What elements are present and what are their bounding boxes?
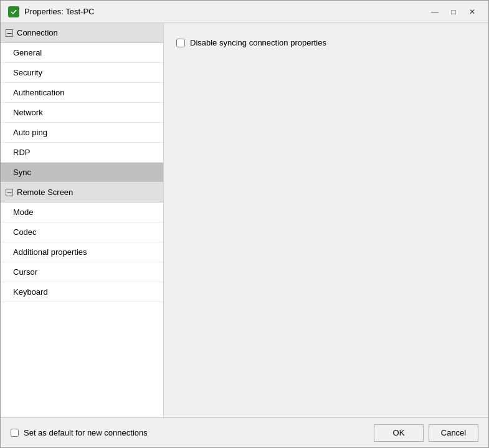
collapse-remote-screen-icon: – [6,189,13,196]
disable-sync-checkbox[interactable] [176,39,185,47]
main-window: Properties: Test-PC — □ ✕ – Connection G… [0,0,489,448]
set-default-checkbox[interactable] [11,429,19,437]
content-area: – Connection General Security Authentica… [1,23,488,417]
main-panel: Disable syncing connection properties [164,23,488,417]
collapse-connection-icon: – [6,29,13,37]
disable-sync-label: Disable syncing connection properties [190,38,326,47]
app-icon [8,6,19,17]
ok-button[interactable]: OK [374,424,424,442]
set-default-label: Set as default for new connections [24,428,148,437]
sidebar-group-connection[interactable]: – Connection [1,23,163,43]
sidebar-item-mode[interactable]: Mode [1,203,163,222]
close-button[interactable]: ✕ [463,6,481,18]
sidebar-item-cursor[interactable]: Cursor [1,262,163,282]
bottom-left: Set as default for new connections [11,428,374,437]
sidebar-item-authentication[interactable]: Authentication [1,83,163,103]
minimize-button[interactable]: — [426,6,444,18]
sidebar-item-additional-properties[interactable]: Additional properties [1,242,163,262]
sidebar: – Connection General Security Authentica… [1,23,164,417]
bottom-bar: Set as default for new connections OK Ca… [1,417,488,447]
bottom-buttons: OK Cancel [374,424,478,442]
sidebar-item-keyboard[interactable]: Keyboard [1,282,163,302]
sidebar-item-network[interactable]: Network [1,103,163,123]
window-title: Properties: Test-PC [24,7,426,16]
sidebar-group-remote-screen[interactable]: – Remote Screen [1,183,163,203]
disable-sync-row: Disable syncing connection properties [176,38,476,47]
sidebar-item-sync[interactable]: Sync [1,163,163,183]
svg-rect-0 [10,8,17,16]
sidebar-item-security[interactable]: Security [1,63,163,83]
sidebar-item-general[interactable]: General [1,43,163,63]
sidebar-item-codec[interactable]: Codec [1,222,163,242]
sidebar-item-auto-ping[interactable]: Auto ping [1,123,163,143]
maximize-button[interactable]: □ [445,6,462,18]
cancel-button[interactable]: Cancel [429,424,478,442]
window-controls: — □ ✕ [426,6,481,18]
title-bar: Properties: Test-PC — □ ✕ [1,1,488,23]
sidebar-item-rdp[interactable]: RDP [1,143,163,163]
